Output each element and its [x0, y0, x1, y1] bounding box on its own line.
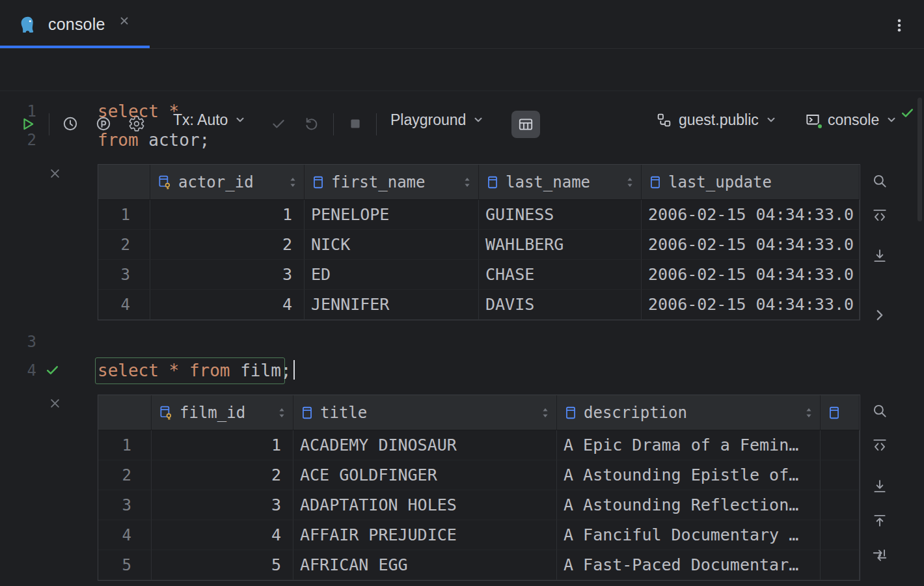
swap-arrows-icon[interactable]: [868, 544, 891, 567]
cell-film-id[interactable]: 5: [152, 550, 293, 580]
sort-toggle-icon[interactable]: [277, 406, 286, 419]
playground-dropdown[interactable]: Playground: [390, 99, 484, 141]
row-number[interactable]: 3: [98, 490, 152, 520]
kebab-menu-icon[interactable]: [891, 18, 907, 33]
cell-last-name[interactable]: CHASE: [479, 260, 642, 290]
text-caret: [293, 360, 295, 380]
cell-actor-id[interactable]: 2: [150, 230, 305, 260]
cell-first-name[interactable]: JENNIFER: [305, 290, 479, 320]
row-number[interactable]: 2: [98, 460, 152, 490]
column-header-film-id[interactable]: film_id: [152, 395, 293, 430]
sort-toggle-icon[interactable]: [625, 176, 634, 189]
cell-truncated[interactable]: [821, 550, 860, 580]
cell-actor-id[interactable]: 3: [150, 260, 305, 290]
cell-description[interactable]: A Fast-Paced Documentar…: [557, 550, 821, 580]
cell-description[interactable]: A Astounding Reflection…: [557, 490, 821, 520]
row-number[interactable]: 1: [98, 430, 152, 460]
column-header-actor-id[interactable]: actor_id: [150, 165, 305, 200]
cell-film-id[interactable]: 3: [152, 490, 293, 520]
cell-first-name[interactable]: PENELOPE: [305, 200, 479, 230]
cell-title[interactable]: AFFAIR PREJUDICE: [293, 520, 557, 550]
chevron-down-icon: [472, 114, 484, 126]
column-icon: [648, 175, 662, 189]
cell-truncated[interactable]: [821, 460, 860, 490]
column-label: actor_id: [178, 173, 254, 191]
cell-last-update[interactable]: 2006-02-15 04:34:33.0: [642, 200, 860, 230]
cell-first-name[interactable]: ED: [305, 260, 479, 290]
inline-view-icon[interactable]: [868, 204, 891, 227]
stop-button[interactable]: [344, 112, 367, 135]
session-selector[interactable]: console: [804, 99, 897, 141]
row-number[interactable]: 5: [98, 550, 152, 580]
tab-label: console: [48, 15, 105, 34]
column-header-last-name[interactable]: last_name: [479, 165, 642, 200]
import-upload-icon[interactable]: [868, 509, 891, 533]
row-number-header: [98, 395, 152, 430]
close-result-icon[interactable]: [49, 167, 61, 180]
cell-truncated[interactable]: [821, 520, 860, 550]
toolbar-divider: [376, 113, 377, 135]
column-header-truncated[interactable]: [821, 395, 860, 430]
commit-icon[interactable]: [267, 112, 290, 135]
rollback-icon[interactable]: [300, 112, 323, 135]
column-icon: [485, 175, 500, 189]
no-errors-check-icon[interactable]: [899, 105, 916, 121]
row-number[interactable]: 4: [98, 520, 152, 550]
cell-last-name[interactable]: GUINESS: [479, 200, 642, 230]
in-editor-results-toggle[interactable]: [511, 111, 540, 138]
cell-last-update[interactable]: 2006-02-15 04:34:33.0: [642, 290, 860, 320]
chevron-right-icon[interactable]: [868, 303, 891, 327]
tab-console[interactable]: console: [0, 0, 150, 49]
cell-title[interactable]: ADAPTATION HOLES: [293, 490, 557, 520]
cell-description[interactable]: A Fanciful Documentary …: [557, 520, 821, 550]
sort-toggle-icon[interactable]: [541, 406, 550, 419]
row-number[interactable]: 3: [98, 260, 150, 290]
cell-title[interactable]: AFRICAN EGG: [293, 550, 557, 580]
chevron-down-icon: [234, 114, 246, 126]
cell-last-update[interactable]: 2006-02-15 04:34:33.0: [642, 230, 860, 260]
cell-film-id[interactable]: 1: [152, 430, 293, 460]
column-header-last-update[interactable]: last_update: [642, 165, 860, 200]
sort-toggle-icon[interactable]: [463, 176, 472, 189]
cell-film-id[interactable]: 4: [152, 520, 293, 550]
column-header-description[interactable]: description: [557, 395, 821, 430]
cell-truncated[interactable]: [821, 490, 860, 520]
column-header-title[interactable]: title: [293, 395, 557, 430]
cell-description[interactable]: A Astounding Epistle of…: [557, 460, 821, 490]
sql-semicolon: ;: [281, 361, 292, 380]
sort-toggle-icon[interactable]: [804, 406, 813, 419]
cell-last-update[interactable]: 2006-02-15 04:34:33.0: [642, 260, 860, 290]
cell-truncated[interactable]: [821, 430, 860, 460]
cell-actor-id[interactable]: 4: [150, 290, 305, 320]
schema-label: guest.public: [679, 111, 759, 129]
search-icon[interactable]: [868, 399, 891, 423]
row-number[interactable]: 2: [98, 230, 150, 260]
row-number[interactable]: 4: [98, 290, 150, 320]
code-line-1[interactable]: select *: [98, 97, 179, 126]
code-line-4[interactable]: select * from film;: [98, 356, 295, 385]
sql-star: *: [169, 102, 180, 121]
cell-title[interactable]: ACADEMY DINOSAUR: [293, 430, 557, 460]
cell-first-name[interactable]: NICK: [305, 230, 479, 260]
inline-view-icon[interactable]: [868, 434, 891, 457]
sort-toggle-icon[interactable]: [288, 176, 297, 189]
search-icon[interactable]: [868, 169, 891, 193]
schema-selector[interactable]: guest.public: [656, 99, 777, 141]
cell-actor-id[interactable]: 1: [150, 200, 305, 230]
cell-film-id[interactable]: 2: [152, 460, 293, 490]
close-result-icon[interactable]: [49, 397, 61, 410]
cell-last-name[interactable]: DAVIS: [479, 290, 642, 320]
editor-scrollbar[interactable]: [917, 98, 922, 221]
cell-last-name[interactable]: WAHLBERG: [479, 230, 642, 260]
export-download-icon[interactable]: [868, 475, 891, 498]
column-header-first-name[interactable]: first_name: [305, 165, 479, 200]
export-download-icon[interactable]: [868, 244, 891, 268]
code-line-2[interactable]: from actor;: [98, 126, 210, 154]
history-icon[interactable]: [59, 112, 82, 135]
row-number[interactable]: 1: [98, 200, 150, 230]
cell-title[interactable]: ACE GOLDFINGER: [293, 460, 557, 490]
primary-key-column-icon: [157, 174, 172, 190]
cell-description[interactable]: A Epic Drama of a Femin…: [557, 430, 821, 460]
session-label: console: [828, 111, 879, 129]
tab-close-icon[interactable]: [118, 15, 130, 27]
